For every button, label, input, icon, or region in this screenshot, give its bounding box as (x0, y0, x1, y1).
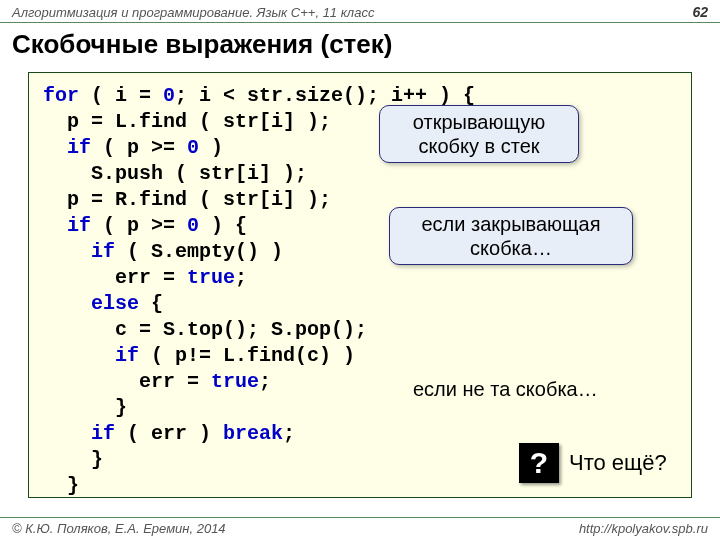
callout-open-bracket: открывающую скобку в стек (379, 105, 579, 163)
url-text: http://kpolyakov.spb.ru (579, 521, 708, 536)
authors-text: © К.Ю. Поляков, Е.А. Еремин, 2014 (12, 521, 226, 536)
code-line: c = S.top(); S.pop(); (43, 317, 681, 343)
slide-header: Алгоритмизация и программирование. Язык … (0, 0, 720, 22)
subject-text: Алгоритмизация и программирование. Язык … (12, 5, 374, 20)
slide-title: Скобочные выражения (стек) (0, 27, 720, 66)
callout-wrong-bracket: если не та скобка… (399, 373, 643, 405)
code-line: p = L.find ( str[i] ); (43, 109, 681, 135)
code-frame: for ( i = 0; i < str.size(); i++ ) { p =… (28, 72, 692, 498)
code-line: S.push ( str[i] ); (43, 161, 681, 187)
question-box: ? Что ещё? (519, 443, 667, 483)
code-line: if ( p!= L.find(c) ) (43, 343, 681, 369)
code-line: else { (43, 291, 681, 317)
callout-text: если не та скобка… (413, 378, 598, 400)
callout-text: скобка… (404, 236, 618, 260)
question-text: Что ещё? (569, 450, 667, 476)
page-number: 62 (692, 4, 708, 20)
callout-text: открывающую (394, 110, 564, 134)
header-divider (0, 22, 720, 23)
callout-text: скобку в стек (394, 134, 564, 158)
callout-close-bracket: если закрывающая скобка… (389, 207, 633, 265)
code-line: for ( i = 0; i < str.size(); i++ ) { (43, 83, 681, 109)
code-line: if ( p >= 0 ) (43, 135, 681, 161)
question-mark-icon: ? (519, 443, 559, 483)
callout-text: если закрывающая (404, 212, 618, 236)
slide-footer: © К.Ю. Поляков, Е.А. Еремин, 2014 http:/… (0, 517, 720, 536)
code-line: err = true; (43, 265, 681, 291)
